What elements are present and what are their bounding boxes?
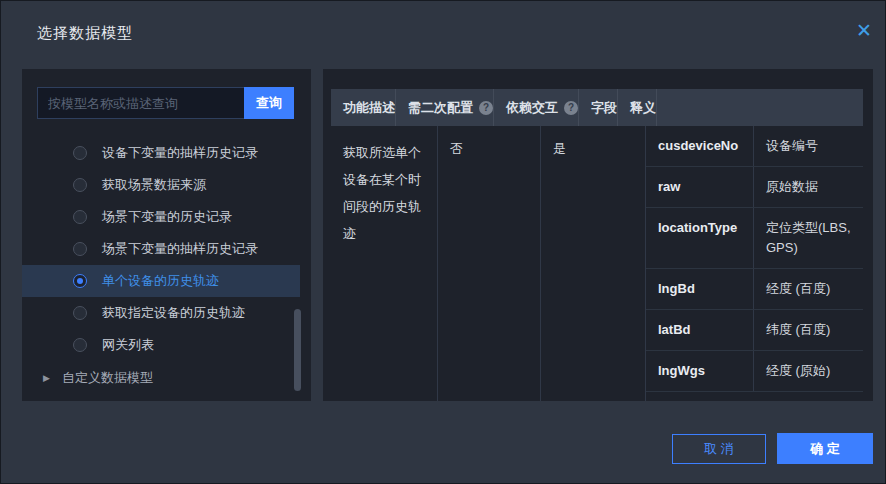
field-meaning-cell: 设备编号 [754,126,863,166]
field-meaning-cell: 纬度 (百度) [754,310,863,350]
tree-node-custom-models[interactable]: ▶ 自定义数据模型 [22,363,311,393]
table-header-cell: 依赖交互 ? [494,89,579,126]
field-row: cusdeviceNo 设备编号 [646,126,863,167]
model-list-item[interactable]: 设备下变量的抽样历史记录 [22,137,300,169]
help-icon[interactable]: ? [564,101,578,115]
depends-interaction-cell: 是 [541,126,646,401]
model-item-label: 网关列表 [102,336,154,354]
tree-node-label: 自定义数据模型 [62,369,153,387]
select-data-model-dialog: 选择数据模型 ✕ 查询 设备下变量的抽样历史记录 获取场景数据来源 [0,0,886,484]
field-name-cell: locationType [646,208,754,268]
scrollbar-thumb[interactable] [294,309,301,391]
radio-icon[interactable] [73,274,87,288]
radio-icon[interactable] [73,338,87,352]
field-row-clipped [646,392,863,401]
field-name-cell: latBd [646,310,754,350]
model-search-input[interactable] [37,87,244,119]
table-header-cell: 需二次配置 ? [396,89,494,126]
radio-icon[interactable] [73,178,87,192]
table-header-cell: 功能描述 [331,89,396,126]
table-header-label: 功能描述 [343,99,395,117]
radio-icon[interactable] [73,306,87,320]
field-name-cell: raw [646,167,754,207]
chevron-right-icon[interactable]: ▶ [43,373,50,383]
model-list-panel: 查询 设备下变量的抽样历史记录 获取场景数据来源 场景下变量的历史记录 [22,69,311,401]
search-query-button[interactable]: 查询 [244,87,294,119]
model-item-label: 获取场景数据来源 [102,176,206,194]
field-row: raw 原始数据 [646,167,863,208]
model-item-label: 场景下变量的抽样历史记录 [102,240,258,258]
table-header-label: 释义 [630,99,656,117]
table-header-cell: 释义 [618,89,657,126]
table-body: 获取所选单个设备在某个时间段的历史轨迹 否 是 cusdeviceNo 设备编号… [331,126,863,401]
table-header-row: 功能描述 需二次配置 ? 依赖交互 ? 字段 [331,89,863,126]
table-header-label: 字段 [591,99,617,117]
close-icon[interactable]: ✕ [852,19,876,43]
radio-icon[interactable] [73,242,87,256]
model-list-item[interactable]: 获取指定设备的历史轨迹 [22,297,300,329]
radio-icon[interactable] [73,210,87,224]
model-list-item[interactable]: 场景下变量的抽样历史记录 [22,233,300,265]
radio-icon[interactable] [73,146,87,160]
model-list-item[interactable]: 获取场景数据来源 [22,169,300,201]
model-item-label: 场景下变量的历史记录 [102,208,232,226]
field-row: lngBd 经度 (百度) [646,269,863,310]
model-detail-panel: 功能描述 需二次配置 ? 依赖交互 ? 字段 [323,69,873,401]
field-meaning-cell: 原始数据 [754,167,863,207]
field-meaning-cell: 经度 (原始) [754,351,863,391]
function-description-cell: 获取所选单个设备在某个时间段的历史轨迹 [331,126,438,401]
confirm-button[interactable]: 确 定 [777,433,873,464]
dialog-title: 选择数据模型 [37,24,133,43]
cancel-button[interactable]: 取 消 [672,434,766,464]
model-detail-table: 功能描述 需二次配置 ? 依赖交互 ? 字段 [331,89,863,401]
fields-column: cusdeviceNo 设备编号 raw 原始数据 locationType 定… [646,126,863,401]
field-meaning-cell: 经度 (百度) [754,269,863,309]
model-list-item[interactable]: 场景下变量的历史记录 [22,201,300,233]
field-row: locationType 定位类型(LBS, GPS) [646,208,863,269]
requires-config-cell: 否 [438,126,541,401]
model-list: 设备下变量的抽样历史记录 获取场景数据来源 场景下变量的历史记录 场景下变量的抽… [22,137,311,393]
field-row: lngWgs 经度 (原始) [646,351,863,392]
field-row: latBd 纬度 (百度) [646,310,863,351]
table-header-label: 依赖交互 [506,99,558,117]
model-list-item[interactable]: 网关列表 [22,329,300,361]
model-item-label: 设备下变量的抽样历史记录 [102,144,258,162]
model-item-label: 获取指定设备的历史轨迹 [102,304,245,322]
search-bar: 查询 [37,87,294,119]
table-header-cell: 字段 [579,89,618,126]
model-list-item[interactable]: 单个设备的历史轨迹 [22,265,300,297]
field-name-cell: cusdeviceNo [646,126,754,166]
table-header-label: 需二次配置 [408,99,473,117]
field-meaning-cell: 定位类型(LBS, GPS) [754,208,863,268]
field-name-cell: lngWgs [646,351,754,391]
model-item-label: 单个设备的历史轨迹 [102,272,219,290]
help-icon[interactable]: ? [479,101,493,115]
field-name-cell: lngBd [646,269,754,309]
